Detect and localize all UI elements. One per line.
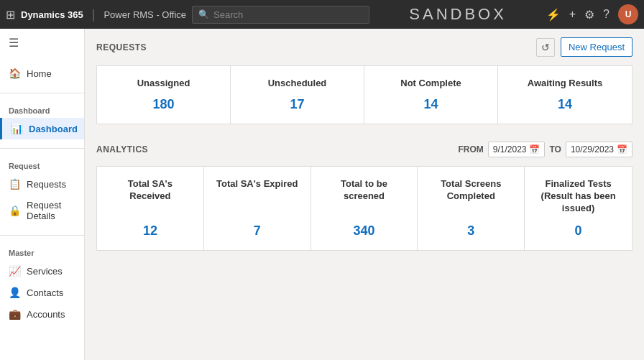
sidebar-item-services[interactable]: 📈 Services xyxy=(0,260,84,282)
analytics-section: ANALYTICS FROM 9/1/2023 📅 TO 10/29/2023 … xyxy=(85,133,644,259)
sidebar-label-contacts: Contacts xyxy=(27,287,63,298)
app-name: Power RMS - Office xyxy=(104,9,186,20)
analytics-card-sa-expired-title: Total SA's Expired xyxy=(216,178,298,190)
nav-divider: | xyxy=(92,7,96,22)
card-not-complete-value[interactable]: 14 xyxy=(376,97,486,112)
topnav-center: SANDBOX xyxy=(375,5,540,24)
analytics-card-screens-completed-value[interactable]: 3 xyxy=(467,223,474,239)
sidebar-section-master: Master 📈 Services 👤 Contacts 💼 Accounts xyxy=(0,239,84,331)
analytics-card-to-be-screened-title: Total to be screened xyxy=(323,178,406,203)
analytics-title: ANALYTICS xyxy=(96,144,148,154)
settings-icon[interactable]: ⚙ xyxy=(584,8,594,22)
requests-header: REQUESTS ↺ New Request xyxy=(96,37,632,57)
topnav-left: ⊞ Dynamics 365 | Power RMS - Office xyxy=(6,7,186,22)
new-request-button[interactable]: New Request xyxy=(561,37,632,57)
sidebar-item-home[interactable]: 🏠 Home xyxy=(0,63,84,84)
analytics-card-sa-expired: Total SA's Expired 7 xyxy=(204,167,311,250)
requests-actions: ↺ New Request xyxy=(536,37,632,57)
to-calendar-icon[interactable]: 📅 xyxy=(617,144,627,154)
analytics-card-finalized-tests-title: Finalized Tests (Result has been issued) xyxy=(536,178,620,215)
analytics-card-sa-received: Total SA's Received 12 xyxy=(97,167,204,250)
sidebar-item-accounts[interactable]: 💼 Accounts xyxy=(0,303,84,325)
card-unassigned: Unassigned 180 xyxy=(97,66,231,124)
analytics-card-to-be-screened-value[interactable]: 340 xyxy=(353,223,374,239)
card-awaiting-results-value[interactable]: 14 xyxy=(510,97,620,112)
card-awaiting-results-title: Awaiting Results xyxy=(510,78,620,88)
to-label: TO xyxy=(549,144,561,154)
help-icon[interactable]: ? xyxy=(603,8,610,21)
search-box[interactable]: 🔍 xyxy=(192,6,369,24)
from-date-value: 9/1/2023 xyxy=(493,144,527,154)
sidebar-item-request-details[interactable]: 🔒 Request Details xyxy=(0,195,84,226)
brand-name[interactable]: Dynamics 365 xyxy=(21,9,83,20)
main-content: REQUESTS ↺ New Request Unassigned 180 Un… xyxy=(85,29,644,360)
sidebar-item-requests[interactable]: 📋 Requests xyxy=(0,173,84,195)
main-layout: ☰ 🏠 Home Dashboard 📊 Dashboard Request 📋… xyxy=(0,29,644,360)
search-icon: 🔍 xyxy=(198,9,209,19)
requests-section: REQUESTS ↺ New Request Unassigned 180 Un… xyxy=(85,29,644,133)
requests-icon: 📋 xyxy=(9,178,21,190)
analytics-card-to-be-screened: Total to be screened 340 xyxy=(311,167,418,250)
search-input[interactable] xyxy=(213,9,363,20)
sidebar-header-dashboard: Dashboard xyxy=(0,102,84,118)
card-awaiting-results: Awaiting Results 14 xyxy=(498,66,632,124)
sidebar-item-contacts[interactable]: 👤 Contacts xyxy=(0,282,84,303)
request-details-icon: 🔒 xyxy=(9,205,21,216)
analytics-card-sa-received-value[interactable]: 12 xyxy=(143,223,157,239)
card-not-complete: Not Complete 14 xyxy=(364,66,498,124)
plus-icon[interactable]: + xyxy=(569,8,576,21)
to-date-input[interactable]: 10/29/2023 📅 xyxy=(566,142,632,157)
topnav-right: ⚡ + ⚙ ? U xyxy=(546,4,638,24)
card-unscheduled: Unscheduled 17 xyxy=(231,66,364,124)
home-icon: 🏠 xyxy=(9,68,21,79)
analytics-card-screens-completed-title: Total Screens Completed xyxy=(429,178,512,203)
sidebar-header-master: Master xyxy=(0,244,84,260)
analytics-cards: Total SA's Received 12 Total SA's Expire… xyxy=(96,166,632,251)
card-unassigned-value[interactable]: 180 xyxy=(109,97,218,112)
analytics-card-finalized-tests-value[interactable]: 0 xyxy=(575,223,582,239)
sidebar-item-dashboard[interactable]: 📊 Dashboard xyxy=(0,118,84,139)
avatar[interactable]: U xyxy=(618,4,638,24)
sidebar-label-services: Services xyxy=(27,266,63,277)
card-unassigned-title: Unassigned xyxy=(109,78,218,88)
sidebar: ☰ 🏠 Home Dashboard 📊 Dashboard Request 📋… xyxy=(0,29,85,360)
dashboard-icon: 📊 xyxy=(11,123,23,134)
from-label: FROM xyxy=(458,144,483,154)
card-not-complete-title: Not Complete xyxy=(376,78,486,88)
sandbox-label: SANDBOX xyxy=(409,5,507,24)
sidebar-section-dashboard: Dashboard 📊 Dashboard xyxy=(0,96,84,145)
from-calendar-icon[interactable]: 📅 xyxy=(529,144,540,154)
sidebar-toggle[interactable]: ☰ xyxy=(0,29,84,57)
to-date-value: 10/29/2023 xyxy=(571,144,614,154)
grid-icon[interactable]: ⊞ xyxy=(6,8,15,22)
date-filter: FROM 9/1/2023 📅 TO 10/29/2023 📅 xyxy=(458,142,632,157)
services-icon: 📈 xyxy=(9,265,21,277)
lightning-icon[interactable]: ⚡ xyxy=(546,8,561,22)
analytics-card-screens-completed: Total Screens Completed 3 xyxy=(418,167,525,250)
analytics-card-sa-expired-value[interactable]: 7 xyxy=(254,223,261,239)
sidebar-section-home: 🏠 Home xyxy=(0,57,84,90)
topnav: ⊞ Dynamics 365 | Power RMS - Office 🔍 SA… xyxy=(0,0,644,29)
analytics-card-sa-received-title: Total SA's Received xyxy=(109,178,192,203)
sidebar-header-request: Request xyxy=(0,157,84,173)
sidebar-label-accounts: Accounts xyxy=(27,309,65,320)
contacts-icon: 👤 xyxy=(9,287,21,298)
accounts-icon: 💼 xyxy=(9,308,21,320)
sidebar-section-request: Request 📋 Requests 🔒 Request Details xyxy=(0,152,84,232)
sidebar-label-requests: Requests xyxy=(27,179,66,190)
requests-title: REQUESTS xyxy=(96,42,147,52)
card-unscheduled-value[interactable]: 17 xyxy=(242,97,352,112)
refresh-button[interactable]: ↺ xyxy=(536,38,555,57)
analytics-card-finalized-tests: Finalized Tests (Result has been issued)… xyxy=(525,167,632,250)
sidebar-label-dashboard: Dashboard xyxy=(29,124,78,134)
sidebar-label-request-details: Request Details xyxy=(27,200,75,221)
sidebar-label-home: Home xyxy=(27,68,52,79)
from-date-input[interactable]: 9/1/2023 📅 xyxy=(488,142,546,157)
requests-cards: Unassigned 180 Unscheduled 17 Not Comple… xyxy=(96,65,632,124)
card-unscheduled-title: Unscheduled xyxy=(242,78,352,88)
analytics-header: ANALYTICS FROM 9/1/2023 📅 TO 10/29/2023 … xyxy=(96,142,632,157)
